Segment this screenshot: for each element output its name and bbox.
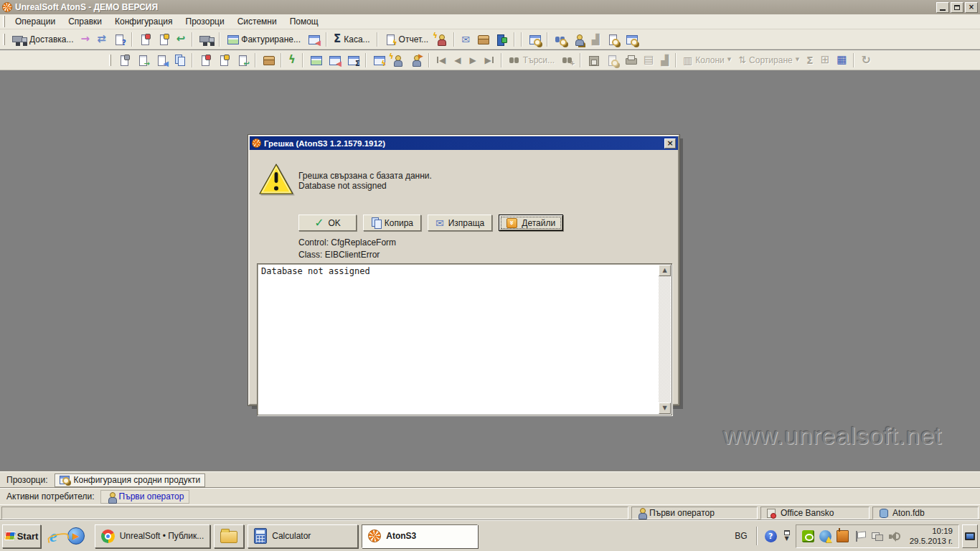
forward-document-button[interactable]: → [77,31,94,48]
error-message-line1: Грешка свързана с базата данни. [298,171,432,181]
save-button[interactable] [584,52,603,69]
show-hidden-icons-button[interactable]: ▼ [784,530,790,542]
restore-button[interactable] [951,2,963,13]
close-button[interactable]: × [965,2,978,13]
doc-undo-button[interactable]: ↩ [233,52,252,69]
form-users-button[interactable]: ▶ [407,52,425,69]
building-icon[interactable] [837,530,849,542]
report-label: Отчет... [399,34,429,44]
scroll-down-button[interactable]: ▼ [659,402,671,414]
doc-delivery-button[interactable] [115,52,133,69]
invoicing-button[interactable]: Фактуриране... [223,31,304,48]
report-user-button[interactable]: ϟ [432,31,451,48]
exit-button[interactable] [492,31,511,48]
task-folder[interactable] [214,524,244,548]
scroll-up-button[interactable]: ▲ [659,265,671,276]
find-document-button[interactable] [603,31,622,48]
toolbar2-grip[interactable] [109,55,111,66]
refresh-button[interactable]: ↻ [857,52,874,69]
show-desktop-button[interactable] [962,524,978,548]
form-return-button[interactable]: ◀ [325,52,344,69]
minimize-button[interactable] [936,2,949,13]
details-button[interactable]: » Детайли [499,215,563,231]
volume-icon[interactable] [888,530,900,542]
doc-red-button[interactable] [196,52,215,69]
menu-windows[interactable]: Прозорци [179,15,231,28]
window-titlebar[interactable]: UnrealSoft AtonS - ДЕМО ВЕРСИЯ × [0,0,980,14]
nav-first-button[interactable]: ◀ [433,56,450,65]
print-button[interactable] [621,52,640,69]
network-globe-icon[interactable] [819,530,831,542]
help-icon[interactable]: ? [765,530,777,542]
active-user-item[interactable]: Първи оператор [100,490,190,504]
nav-prev-button[interactable]: ◀ [450,56,465,65]
menu-system[interactable]: Системни [231,15,283,28]
doc-forward-button[interactable]: → [133,52,152,69]
task-chrome[interactable]: UnrealSoft • Публик... [95,524,211,548]
form-execute-button[interactable]: ϟ [369,52,388,69]
find-user-button[interactable] [570,31,588,48]
toolbar1-grip[interactable] [3,34,5,45]
table-view-button[interactable]: ▦ [833,52,850,69]
undo-home-button[interactable]: ↩ [173,31,189,48]
columns-button[interactable]: ▥ Колони ▼ [679,52,735,69]
dialog-close-button[interactable]: × [664,138,676,149]
details-scrollbar[interactable]: ▲ ▼ [659,265,671,414]
preview-button[interactable] [603,52,621,69]
report-button[interactable]: ϟ Отчет... [381,31,433,48]
task-aton[interactable]: AtonS3 [362,524,478,548]
menu-configuration[interactable]: Конфигурация [108,15,179,28]
ok-button[interactable]: ✓ OK [298,215,357,231]
link-yellow-button[interactable] [154,31,173,48]
find-chart-button[interactable]: ▟ [588,31,603,48]
nav-next-button[interactable]: ▶ [465,56,480,65]
execute-button[interactable]: ϟ [285,52,299,69]
search-add-button[interactable]: + [558,52,577,69]
menu-operations[interactable]: Операции [9,15,62,28]
menu-grip[interactable] [3,16,5,27]
form-execute-user-button[interactable]: ϟ [388,52,407,69]
delivery-confirm-button[interactable]: ✓ [196,31,216,48]
doc-back-button[interactable]: ◀ [152,52,171,69]
error-dialog-titlebar[interactable]: Грешка (AtonS3 1.2.1579.1912) × [250,136,678,150]
doc-pages-button[interactable] [171,52,189,69]
grid-button[interactable]: ⊞ [817,52,834,69]
totals-button[interactable]: Σ [803,52,817,69]
view-search-button[interactable] [525,31,544,48]
package-button[interactable] [259,52,278,69]
archive-button[interactable]: ▤ [640,52,657,69]
network-connection-icon[interactable] [871,530,883,542]
window-tab-config-products[interactable]: Конфигурация сродни продукти [55,474,205,487]
copy-button[interactable]: Копира [363,215,421,231]
form-open-button[interactable] [306,52,325,69]
menu-reports[interactable]: Справки [62,15,108,28]
internet-explorer-icon[interactable]: e [50,527,57,545]
search-button[interactable]: Търси... [505,52,558,69]
taskbar: Start e ▶ UnrealSoft • Публик... Calcula… [0,520,980,551]
nvidia-icon[interactable] [802,530,814,542]
invoice-return-button[interactable]: ◀ [304,31,323,48]
mail-button[interactable]: ✉ [458,31,473,48]
send-button[interactable]: ✉ Изпраща [428,215,492,231]
error-details-box[interactable]: Database not assigned ▲ ▼ [257,263,672,415]
flag-icon[interactable] [854,530,866,542]
form-sum-button[interactable]: Σ [344,52,362,69]
wallet-button[interactable] [473,31,492,48]
pages-question-button[interactable]: ? [110,31,128,48]
media-player-icon[interactable]: ▶ [67,527,85,545]
nav-last-button[interactable]: ▶ [481,56,498,65]
chart-button[interactable]: ▟ [657,52,672,69]
find-partner-button[interactable] [551,31,570,48]
find-window-button[interactable] [622,31,641,48]
sorting-button[interactable]: ⇅ Сортиране ▼ [735,52,803,69]
language-indicator[interactable]: BG [729,531,753,541]
task-calculator[interactable]: Calculator [248,524,358,548]
windows-bar-label: Прозорци: [6,475,47,485]
cash-button[interactable]: Σ Каса... [330,31,374,48]
doc-yellow-button[interactable] [215,52,233,69]
link-red-button[interactable] [136,31,154,48]
start-button[interactable]: Start [2,524,41,548]
swap-documents-button[interactable]: ⇄ [93,31,110,48]
delivery-button[interactable]: Доставка... [9,31,77,48]
menu-help[interactable]: Помощ [283,15,325,28]
